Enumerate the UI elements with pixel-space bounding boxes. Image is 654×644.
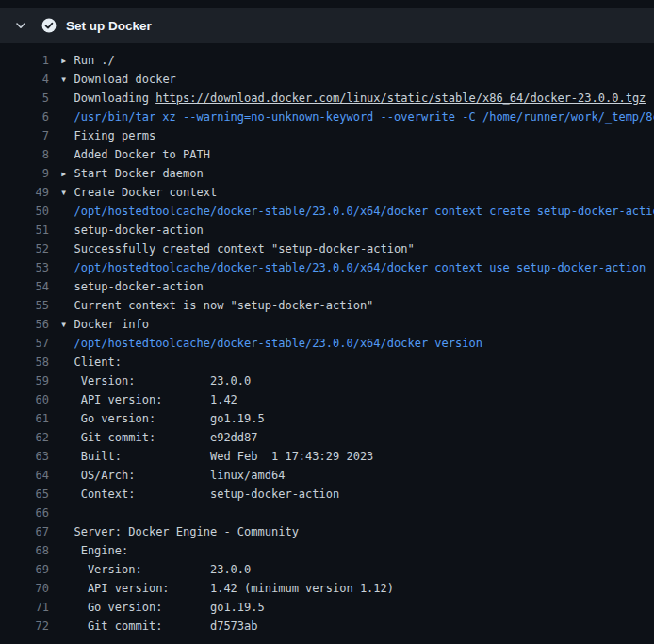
line-content	[49, 506, 60, 520]
command-text: /usr/bin/tar xz --warning=no-unknown-key…	[60, 110, 654, 124]
line-number[interactable]: 68	[0, 541, 49, 560]
line-number[interactable]: 7	[0, 126, 49, 145]
line-content: /opt/hostedtoolcache/docker-stable/23.0.…	[49, 261, 646, 274]
log-line: 50 /opt/hostedtoolcache/docker-stable/23…	[0, 202, 654, 221]
log-text: setup-docker-action	[60, 223, 204, 237]
log-text: Client:	[60, 355, 122, 369]
line-number[interactable]: 50	[0, 202, 49, 221]
line-number[interactable]: 49	[0, 183, 49, 202]
log-line: 1▸ Run ./	[0, 51, 654, 70]
line-content: Git commit: e92dd87	[49, 431, 258, 444]
line-content: Server: Docker Engine - Community	[49, 525, 299, 538]
line-number[interactable]: 52	[0, 239, 49, 258]
line-content: Current context is now "setup-docker-act…	[49, 299, 373, 312]
log-text: Fixing perms	[60, 129, 155, 142]
line-content: ▸ Run ./	[49, 54, 115, 67]
line-number[interactable]: 69	[0, 560, 49, 579]
log-line: 67 Server: Docker Engine - Community	[0, 522, 654, 541]
log-line: 8 Added Docker to PATH	[0, 145, 654, 164]
log-line: 49▾ Create Docker context	[0, 183, 654, 202]
log-line: 7 Fixing perms	[0, 126, 654, 145]
log-line: 58 Client:	[0, 353, 654, 372]
log-line: 64 OS/Arch: linux/amd64	[0, 466, 654, 485]
line-content: /opt/hostedtoolcache/docker-stable/23.0.…	[49, 337, 482, 350]
line-content: /usr/bin/tar xz --warning=no-unknown-key…	[49, 110, 654, 124]
line-content: Version: 23.0.0	[49, 563, 251, 576]
group-label[interactable]: Run ./	[67, 54, 115, 67]
group-label[interactable]: Start Docker daemon	[67, 167, 204, 180]
line-number[interactable]: 65	[0, 485, 49, 504]
line-number[interactable]: 60	[0, 390, 49, 409]
line-number[interactable]: 57	[0, 334, 49, 353]
line-number[interactable]: 56	[0, 315, 49, 334]
chevron-down-icon[interactable]	[13, 18, 28, 33]
line-number[interactable]: 59	[0, 372, 49, 390]
line-number[interactable]: 61	[0, 409, 49, 428]
line-content: ▸ Start Docker daemon	[49, 167, 204, 180]
line-content: Go version: go1.19.5	[49, 601, 265, 614]
group-label[interactable]: Download docker	[67, 73, 176, 86]
line-content: Engine:	[49, 544, 128, 557]
log-text: API version: 1.42 (minimum version 1.12)	[60, 582, 394, 595]
line-number[interactable]: 4	[0, 70, 49, 89]
log-line: 62 Git commit: e92dd87	[0, 428, 654, 447]
log-lines: 1▸ Run ./4▾ Download docker5 Downloading…	[0, 43, 654, 636]
line-number[interactable]: 58	[0, 353, 49, 372]
log-line: 55 Current context is now "setup-docker-…	[0, 296, 654, 315]
line-number[interactable]: 66	[0, 504, 49, 522]
line-number[interactable]: 62	[0, 428, 49, 447]
group-label[interactable]: Docker info	[67, 318, 149, 331]
log-text: Git commit: e92dd87	[60, 431, 258, 444]
line-content: API version: 1.42 (minimum version 1.12)	[49, 582, 394, 595]
log-link[interactable]: https://download.docker.com/linux/static…	[155, 91, 646, 105]
log-line: 54 setup-docker-action	[0, 277, 654, 296]
log-text: Go version: go1.19.5	[60, 601, 265, 614]
log-text: Version: 23.0.0	[60, 374, 251, 388]
line-content: /opt/hostedtoolcache/docker-stable/23.0.…	[49, 205, 654, 218]
line-number[interactable]: 71	[0, 598, 49, 617]
log-text: API version: 1.42	[60, 393, 237, 406]
log-text: Current context is now "setup-docker-act…	[60, 299, 373, 312]
log-text: Downloading	[60, 91, 155, 105]
log-line: 65 Context: setup-docker-action	[0, 485, 654, 504]
log-text: setup-docker-action	[60, 280, 204, 293]
log-line: 6 /usr/bin/tar xz --warning=no-unknown-k…	[0, 107, 654, 126]
line-number[interactable]: 72	[0, 617, 49, 636]
line-number[interactable]: 53	[0, 258, 49, 277]
log-line: 63 Built: Wed Feb 1 17:43:29 2023	[0, 447, 654, 466]
line-content: setup-docker-action	[49, 280, 204, 293]
line-content: API version: 1.42	[49, 393, 237, 406]
line-number[interactable]: 70	[0, 579, 49, 598]
log-text: Successfully created context "setup-dock…	[60, 242, 415, 256]
command-text: /opt/hostedtoolcache/docker-stable/23.0.…	[60, 205, 654, 218]
line-content: Built: Wed Feb 1 17:43:29 2023	[49, 450, 373, 463]
line-content: Fixing perms	[49, 129, 155, 142]
log-text: Engine:	[60, 544, 128, 557]
line-number[interactable]: 6	[0, 107, 49, 126]
line-number[interactable]: 63	[0, 447, 49, 466]
line-number[interactable]: 64	[0, 466, 49, 485]
group-label[interactable]: Create Docker context	[67, 186, 217, 199]
command-text: /opt/hostedtoolcache/docker-stable/23.0.…	[60, 261, 646, 274]
line-number[interactable]: 1	[0, 51, 49, 70]
line-number[interactable]: 54	[0, 277, 49, 296]
log-line: 60 API version: 1.42	[0, 390, 654, 409]
line-number[interactable]: 51	[0, 221, 49, 239]
line-number[interactable]: 55	[0, 296, 49, 315]
log-line: 69 Version: 23.0.0	[0, 560, 654, 579]
check-circle-icon	[41, 18, 57, 33]
log-text: Added Docker to PATH	[60, 148, 210, 161]
log-line: 5 Downloading https://download.docker.co…	[0, 89, 654, 107]
log-text: OS/Arch: linux/amd64	[60, 469, 285, 482]
log-line: 70 API version: 1.42 (minimum version 1.…	[0, 579, 654, 598]
log-line: 61 Go version: go1.19.5	[0, 409, 654, 428]
line-content: ▾ Download docker	[49, 73, 176, 86]
log-line: 71 Go version: go1.19.5	[0, 598, 654, 617]
log-line: 68 Engine:	[0, 541, 654, 560]
step-header[interactable]: Set up Docker	[0, 8, 654, 43]
line-number[interactable]: 9	[0, 164, 49, 183]
line-number[interactable]: 8	[0, 145, 49, 164]
line-number[interactable]: 67	[0, 522, 49, 541]
line-number[interactable]: 5	[0, 89, 49, 107]
step-title: Set up Docker	[66, 19, 152, 33]
